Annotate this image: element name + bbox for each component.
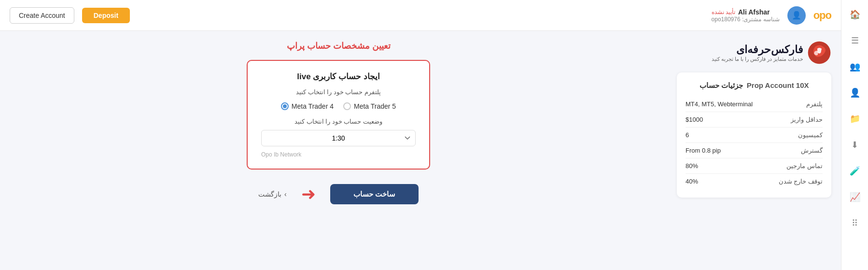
user-status: تأیید نشده [712, 9, 735, 15]
detail-value: 6 [686, 131, 689, 139]
customer-id-value: opo180976 [712, 16, 741, 23]
right-sidebar: 🏠 ☰ 👥 👤 📁 ⬇ 🧪 📈 ⠿ [841, 0, 868, 270]
detail-row: پلتفرم MT4, MT5, Webterminal [686, 97, 823, 112]
detail-row: تماس مارجین 80% [686, 158, 823, 174]
brand-logo: فارکس‌حرفه‌ای خدمات متمایز در فارکس را ب… [677, 41, 831, 65]
chevron-right-icon: › [284, 190, 287, 198]
sidebar-folder-icon[interactable]: 📁 [846, 110, 864, 128]
middle-section: تعیین مشخصات حساب پراپ ایجاد حساب کاربری… [10, 41, 667, 260]
detail-value: 80% [686, 162, 698, 170]
platform-label: پلتفرم حساب خود را انتخاب کنید [261, 88, 416, 96]
status-label: وضعیت حساب خود را انتخاب کنید [261, 118, 416, 125]
platform-mt4[interactable]: Meta Trader 4 [281, 102, 334, 110]
header-left: Create Account Deposit [10, 7, 130, 24]
sidebar-menu-icon[interactable]: ☰ [846, 32, 864, 49]
sidebar-chart-icon[interactable]: 📈 [846, 188, 864, 206]
sidebar-users-icon[interactable]: 👥 [846, 58, 864, 75]
arrow-icon: ➜ [301, 184, 316, 204]
main-area: Create Account Deposit Ali Afshar تأیید … [0, 0, 841, 270]
network-label: Opo Ib Network [261, 151, 416, 158]
detail-value: MT4, MT5, Webterminal [686, 100, 753, 108]
detail-label: پلتفرم [806, 100, 823, 108]
sidebar-grid-icon[interactable]: ⠿ [846, 214, 864, 232]
create-account-button[interactable]: Create Account [10, 7, 74, 24]
sidebar-flask-icon[interactable]: 🧪 [846, 162, 864, 180]
page-content: فارکس‌حرفه‌ای خدمات متمایز در فارکس را ب… [0, 31, 841, 270]
account-details-title: Prop Account 10X جزئیات حساب [686, 81, 823, 90]
detail-row: گسترش From 0.8 pip [686, 143, 823, 158]
account-detail-rows: پلتفرم MT4, MT5, Webterminal حداقل واریز… [686, 97, 823, 189]
detail-row: توقف خارج شدن 40% [686, 174, 823, 189]
mt4-radio[interactable] [281, 102, 289, 110]
back-label: بازگشت [258, 190, 281, 198]
leverage-select[interactable]: 1:30 1:50 1:100 1:200 1:500 [261, 130, 416, 146]
detail-label: کمیسیون [798, 131, 823, 139]
top-header: Create Account Deposit Ali Afshar تأیید … [0, 0, 841, 31]
user-info: Ali Afshar تأیید نشده شناسه مشتری: opo18… [712, 8, 780, 23]
user-avatar: 👤 [787, 6, 806, 25]
brand-text: فارکس‌حرفه‌ای خدمات متمایز در فارکس را ب… [712, 43, 803, 62]
mt4-label: Meta Trader 4 [292, 102, 334, 110]
platform-mt5[interactable]: Meta Trader 5 [343, 102, 396, 110]
sidebar-home-icon[interactable]: 🏠 [846, 6, 864, 23]
mt5-radio[interactable] [343, 102, 351, 110]
detail-label: گسترش [801, 147, 823, 154]
detail-row: کمیسیون 6 [686, 128, 823, 143]
user-name: Ali Afshar [738, 8, 770, 16]
back-button[interactable]: › بازگشت [258, 190, 287, 198]
detail-label: توقف خارج شدن [779, 178, 823, 185]
left-panel: فارکس‌حرفه‌ای خدمات متمایز در فارکس را ب… [677, 41, 831, 260]
customer-id-label: شناسه مشتری: [742, 16, 780, 23]
create-account-box: ایجاد حساب کاربری live پلتفرم حساب خود ر… [247, 60, 430, 170]
detail-label: حداقل واریز [791, 116, 823, 123]
step-title: تعیین مشخصات حساب پراپ [287, 41, 391, 51]
header-right: Ali Afshar تأیید نشده شناسه مشتری: opo18… [712, 6, 831, 25]
brand-tagline: خدمات متمایز در فارکس را با ما تجربه کنی… [712, 56, 803, 62]
brand-name: فارکس‌حرفه‌ای [712, 43, 803, 56]
create-account-submit-button[interactable]: ساخت حساب [330, 184, 419, 204]
action-row: › بازگشت ➜ ساخت حساب [258, 184, 419, 204]
detail-label: تماس مارجین [786, 162, 823, 170]
account-title-fa: جزئیات حساب [700, 81, 743, 89]
brand-icon [807, 41, 831, 65]
detail-value: $1000 [686, 116, 703, 123]
account-title-en: Prop Account 10X [747, 81, 809, 89]
deposit-button[interactable]: Deposit [82, 8, 130, 23]
detail-value: From 0.8 pip [686, 147, 721, 154]
platform-options: Meta Trader 4 Meta Trader 5 [261, 102, 416, 110]
detail-row: حداقل واریز $1000 [686, 112, 823, 128]
account-details-card: Prop Account 10X جزئیات حساب پلتفرم MT4,… [677, 72, 831, 198]
box-title: ایجاد حساب کاربری live [261, 71, 416, 82]
sidebar-download-icon[interactable]: ⬇ [846, 136, 864, 154]
opo-logo: opo [813, 9, 831, 22]
sidebar-user-icon[interactable]: 👤 [846, 84, 864, 101]
detail-value: 40% [686, 178, 698, 185]
mt5-label: Meta Trader 5 [354, 102, 396, 110]
